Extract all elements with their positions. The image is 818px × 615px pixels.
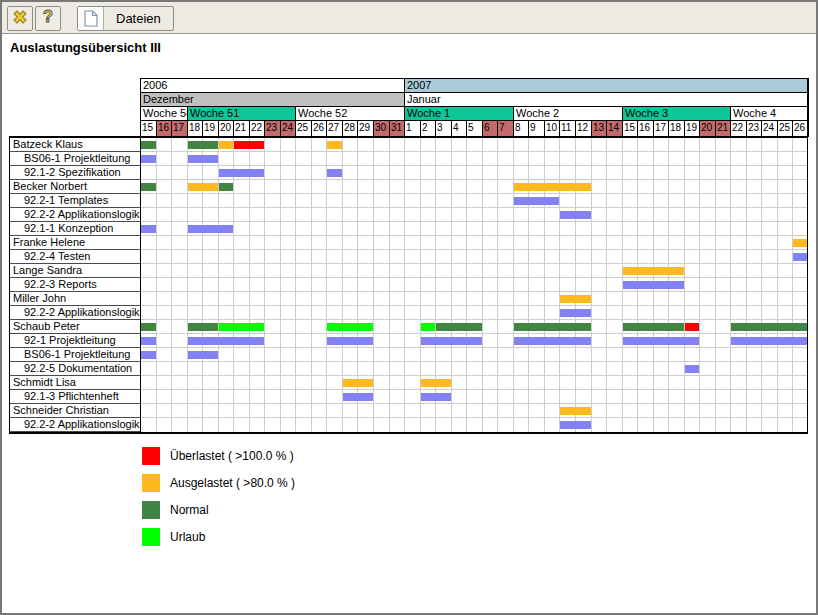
gantt-bar[interactable]: [436, 323, 482, 331]
gantt-bar[interactable]: [188, 183, 218, 191]
gantt-bar[interactable]: [141, 337, 156, 345]
gantt-bar[interactable]: [514, 323, 591, 331]
gantt-bar[interactable]: [234, 141, 264, 149]
person-row-label: Becker Norbert: [10, 180, 141, 194]
gantt-bar[interactable]: [219, 169, 264, 177]
day-header-22: 6: [482, 120, 498, 137]
week-header-5: Woche 3: [622, 106, 731, 121]
grid-vline: [746, 138, 747, 432]
day-header-0: 15: [140, 120, 157, 137]
gantt-bar[interactable]: [141, 183, 156, 191]
gantt-bar[interactable]: [219, 183, 233, 191]
gantt-bar[interactable]: [685, 323, 699, 331]
day-header-15: 30: [373, 120, 390, 137]
gantt-bar[interactable]: [560, 421, 591, 429]
grid-vline: [389, 138, 390, 432]
day-header-7: 22: [249, 120, 265, 137]
gantt-bar[interactable]: [188, 337, 264, 345]
day-header-41: 25: [777, 120, 793, 137]
gantt-bar[interactable]: [188, 351, 218, 359]
grid-right-edge: [807, 78, 808, 434]
gantt-bar[interactable]: [560, 211, 591, 219]
gantt-bar[interactable]: [560, 309, 591, 317]
gantt-bar[interactable]: [793, 239, 808, 247]
grid-hline: [141, 249, 807, 250]
gantt-bar[interactable]: [188, 141, 218, 149]
gantt-bar[interactable]: [514, 197, 559, 205]
day-header-18: 2: [420, 120, 436, 137]
gantt-bar[interactable]: [141, 225, 156, 233]
grid-vline: [482, 138, 483, 432]
gantt-bar[interactable]: [343, 379, 373, 387]
task-row-label: BS06-1 Projektleitung: [10, 152, 141, 166]
gantt-bar[interactable]: [421, 323, 435, 331]
gantt-bar[interactable]: [327, 169, 342, 177]
grid-vline: [280, 138, 281, 432]
task-row-label: 92.1-3 Pflichtenheft: [10, 390, 141, 404]
gantt-bar[interactable]: [219, 141, 233, 149]
gantt-bar[interactable]: [421, 393, 451, 401]
gantt-bar[interactable]: [685, 365, 699, 373]
help-button[interactable]: ?: [35, 6, 61, 31]
person-row-label: Schmidt Lisa: [10, 376, 141, 390]
close-button[interactable]: [7, 6, 33, 31]
day-header-38: 22: [730, 120, 747, 137]
gantt-bar[interactable]: [141, 351, 156, 359]
gantt-bar[interactable]: [327, 337, 373, 345]
gantt-bar[interactable]: [731, 323, 808, 331]
gantt-bar[interactable]: [327, 141, 342, 149]
task-row-label: 92.2-2 Applikationslogik: [10, 418, 141, 432]
task-row-label: 92.2-5 Dokumentation: [10, 362, 141, 376]
grid-hline: [141, 263, 807, 264]
grid-hline: [141, 305, 807, 306]
gantt-bar[interactable]: [141, 323, 156, 331]
gantt-bar[interactable]: [623, 281, 684, 289]
gantt-bar[interactable]: [188, 323, 218, 331]
gantt-bar[interactable]: [219, 323, 264, 331]
year-header-1: 2007: [404, 78, 809, 93]
gantt-bar[interactable]: [514, 337, 591, 345]
day-header-10: 25: [295, 120, 312, 137]
page-title: Auslastungsübersicht III: [10, 40, 161, 55]
gantt-bar[interactable]: [343, 393, 373, 401]
gantt-bar[interactable]: [188, 225, 233, 233]
files-button[interactable]: Dateien: [77, 6, 174, 31]
day-header-20: 4: [451, 120, 467, 137]
week-header-0: Woche 50: [140, 106, 188, 121]
gantt-bar[interactable]: [623, 337, 699, 345]
day-header-16: 31: [389, 120, 405, 137]
task-row-label: 92.2-2 Applikationslogik: [10, 306, 141, 320]
task-row-label: 92.2-3 Reports: [10, 278, 141, 292]
person-row-label: Schneider Christian: [10, 404, 141, 418]
gantt-bar[interactable]: [188, 155, 218, 163]
year-header-0: 2006: [140, 78, 405, 93]
gantt-bar[interactable]: [623, 267, 684, 275]
day-header-4: 19: [202, 120, 219, 137]
week-header-2: Woche 52: [295, 106, 405, 121]
row-label-column: Batzeck KlausBS06-1 Projektleitung92.1-2…: [9, 138, 140, 432]
day-header-14: 29: [357, 120, 374, 137]
gantt-bar[interactable]: [141, 141, 156, 149]
day-header-33: 17: [653, 120, 669, 137]
gantt-bar[interactable]: [421, 337, 482, 345]
grid-vline: [249, 138, 250, 432]
gantt-bar[interactable]: [514, 183, 591, 191]
day-header-25: 9: [528, 120, 545, 137]
person-row-label: Miller John: [10, 292, 141, 306]
day-header-12: 27: [326, 120, 343, 137]
gantt-bar[interactable]: [560, 295, 591, 303]
day-header-27: 11: [559, 120, 576, 137]
month-header-0: Dezember: [140, 92, 405, 107]
gantt-bar[interactable]: [731, 337, 808, 345]
legend-label: Normal: [170, 501, 209, 519]
grid-vline: [156, 138, 157, 432]
gantt-bar[interactable]: [793, 253, 808, 261]
gantt-bar[interactable]: [560, 407, 591, 415]
gantt-bar[interactable]: [421, 379, 451, 387]
gantt-bar[interactable]: [327, 323, 373, 331]
grid-hline: [141, 221, 807, 222]
grid-vline: [233, 138, 234, 432]
gantt-bar[interactable]: [141, 155, 156, 163]
gantt-bar[interactable]: [623, 323, 684, 331]
person-row-label: Franke Helene: [10, 236, 141, 250]
